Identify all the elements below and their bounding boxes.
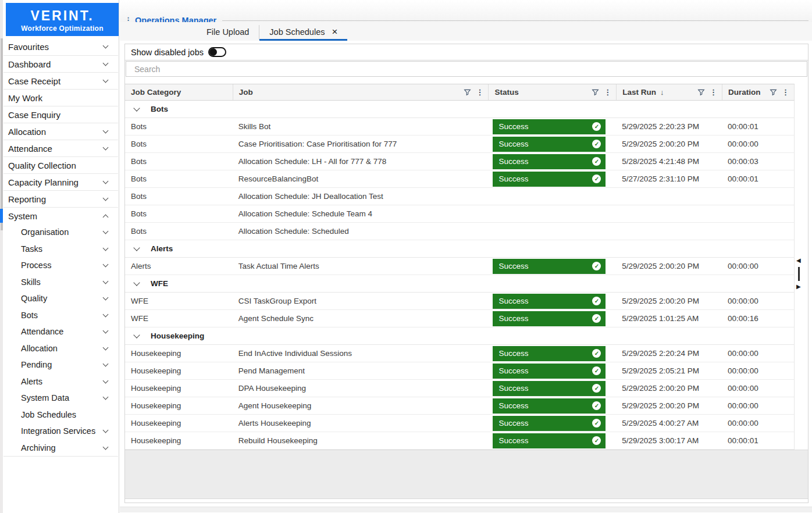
sidebar-item-case-receipt[interactable]: Case Receipt (3, 72, 118, 89)
close-tab-icon[interactable]: × (332, 28, 337, 36)
cell-duration: 00:00:01 (722, 170, 794, 187)
success-check-icon: ✓ (592, 349, 601, 358)
sidebar-item-allocation[interactable]: Allocation (3, 340, 118, 357)
sidebar-item-label: Alerts (21, 377, 42, 386)
chevron-down-icon (103, 179, 109, 184)
sidebar-item-attendance[interactable]: Attendance (3, 323, 118, 340)
tab-label: File Upload (206, 27, 249, 37)
table-row[interactable]: BotsCase Prioritisation: Case Prioritisa… (125, 136, 794, 153)
table-row[interactable]: BotsSkills BotSuccess✓5/29/2025 2:20:23 … (125, 118, 794, 136)
sidebar-item-favourites[interactable]: Favourites (3, 38, 118, 55)
scroll-right-icon[interactable]: ▶ (796, 284, 804, 290)
column-header-last-run[interactable]: Last Run↓⋮ (616, 84, 722, 100)
column-menu-icon[interactable]: ⋮ (476, 88, 483, 97)
table-row[interactable]: BotsAllocation Schedule: Scheduled (125, 223, 794, 240)
cell-duration: 00:00:16 (722, 310, 794, 327)
column-header-status[interactable]: Status⋮ (488, 84, 616, 100)
scroll-left-icon[interactable]: ◀ (796, 258, 804, 263)
sidebar-item-quality[interactable]: Quality (3, 290, 118, 307)
search-input[interactable] (126, 61, 807, 77)
group-row-bots[interactable]: Bots (125, 101, 794, 118)
status-text: Success (498, 140, 528, 148)
column-header-duration[interactable]: Duration⋮ (722, 84, 794, 100)
cell-last-run: 5/29/2025 2:20:23 PM (616, 118, 722, 135)
sidebar-item-system-data[interactable]: System Data (3, 390, 118, 407)
group-collapse-icon[interactable] (133, 244, 140, 251)
sidebar-item-bots[interactable]: Bots (3, 307, 118, 324)
chevron-down-icon (103, 145, 109, 151)
column-menu-icon[interactable]: ⋮ (782, 88, 789, 97)
sidebar-item-organisation[interactable]: Organisation (3, 224, 118, 241)
table-row[interactable]: BotsAllocation Schedule: LH - All for 77… (125, 153, 794, 170)
grid-scroll-control: ◀ ▶ (796, 258, 804, 298)
sidebar-item-integration-services[interactable]: Integration Services (3, 423, 118, 440)
cell-status: Success✓ (488, 258, 616, 275)
column-menu-icon[interactable]: ⋮ (604, 88, 611, 97)
group-collapse-icon[interactable] (133, 105, 140, 111)
column-menu-icon[interactable]: ⋮ (710, 88, 717, 97)
show-disabled-toggle[interactable] (208, 47, 226, 57)
sidebar-item-label: Case Enquiry (8, 110, 60, 120)
sidebar-item-job-schedules[interactable]: Job Schedules (3, 407, 118, 423)
filter-icon[interactable] (592, 88, 599, 96)
sidebar-item-label: Case Receipt (8, 76, 60, 86)
sidebar-item-allocation[interactable]: Allocation (3, 123, 118, 140)
sidebar-item-my-work[interactable]: My Work (3, 89, 118, 106)
sidebar-item-archiving[interactable]: Archiving (3, 440, 118, 457)
filter-icon[interactable] (464, 88, 471, 96)
table-row[interactable]: HousekeepingDPA HousekeepingSuccess✓5/29… (125, 380, 794, 397)
group-row-wfe[interactable]: WFE (125, 275, 794, 293)
cell-last-run: 5/29/2025 2:00:20 PM (616, 380, 722, 397)
cell-job-category: Bots (125, 118, 233, 135)
cell-status: Success✓ (488, 397, 616, 414)
sidebar-item-dashboard[interactable]: Dashboard (3, 55, 118, 72)
table-row[interactable]: BotsAllocation Schedule: JH Deallocation… (125, 188, 794, 205)
cell-job: DPA Housekeeping (233, 380, 489, 397)
table-row[interactable]: AlertsTask Actual Time AlertsSuccess✓5/2… (125, 258, 794, 275)
group-collapse-icon[interactable] (133, 279, 140, 286)
brand-name: VERINT. (6, 8, 119, 24)
sidebar-item-quality-collection[interactable]: Quality Collection (3, 156, 118, 173)
filter-icon[interactable] (697, 88, 705, 96)
group-row-housekeeping[interactable]: Housekeeping (125, 327, 794, 345)
sidebar-item-pending[interactable]: Pending (3, 357, 118, 373)
table-row[interactable]: BotsResourceBalancingBotSuccess✓5/27/202… (125, 170, 794, 188)
sidebar-item-label: Archiving (21, 443, 56, 453)
table-row[interactable]: WFECSI TaskGroup ExportSuccess✓5/29/2025… (125, 293, 794, 310)
sidebar-item-process[interactable]: Process (3, 257, 118, 274)
table-row[interactable]: HousekeepingEnd InActive Individual Sess… (125, 345, 794, 362)
status-badge: Success✓ (493, 364, 606, 379)
column-header-job[interactable]: Job⋮ (233, 84, 489, 100)
cell-last-run: 5/28/2025 4:21:48 PM (616, 153, 722, 170)
sidebar-item-attendance[interactable]: Attendance (3, 140, 118, 156)
table-row[interactable]: BotsAllocation Schedule: Schedule Team 4 (125, 205, 794, 223)
cell-duration: 00:00:00 (722, 415, 794, 432)
group-collapse-icon[interactable] (133, 332, 140, 338)
sidebar-item-system[interactable]: System (3, 207, 118, 224)
table-row[interactable]: HousekeepingAgent HousekeepingSuccess✓5/… (125, 397, 794, 415)
table-row[interactable]: HousekeepingPend ManagementSuccess✓5/29/… (125, 362, 794, 380)
sidebar-item-reporting[interactable]: Reporting (3, 190, 118, 207)
sidebar-scrollbar[interactable] (0, 0, 3, 513)
table-row[interactable]: HousekeepingRebuild HousekeepingSuccess✓… (125, 432, 794, 450)
group-label: Alerts (151, 244, 173, 253)
success-check-icon: ✓ (592, 366, 601, 375)
sidebar-item-label: Tasks (21, 244, 42, 254)
horizontal-scrollbar[interactable] (120, 507, 812, 512)
sidebar-item-tasks[interactable]: Tasks (3, 241, 118, 258)
filter-icon[interactable] (770, 88, 777, 96)
tab-job-schedules[interactable]: Job Schedules× (259, 25, 347, 41)
tab-file-upload[interactable]: File Upload (197, 25, 259, 41)
sidebar-item-label: Quality (21, 294, 47, 303)
table-row[interactable]: HousekeepingAlerts HousekeepingSuccess✓5… (125, 415, 794, 432)
status-badge: Success✓ (493, 137, 606, 152)
scroll-thumb[interactable] (798, 267, 800, 281)
column-header-job-category[interactable]: Job Category (125, 84, 233, 100)
sidebar-item-capacity-planning[interactable]: Capacity Planning (3, 173, 118, 190)
sidebar-item-alerts[interactable]: Alerts (3, 373, 118, 390)
sidebar-item-skills[interactable]: Skills (3, 274, 118, 291)
group-row-alerts[interactable]: Alerts (125, 240, 794, 258)
sidebar-scrollbar-thumb[interactable] (1, 38, 3, 230)
table-row[interactable]: WFEAgent Schedule SyncSuccess✓5/29/2025 … (125, 310, 794, 327)
sidebar-item-case-enquiry[interactable]: Case Enquiry (3, 106, 118, 123)
